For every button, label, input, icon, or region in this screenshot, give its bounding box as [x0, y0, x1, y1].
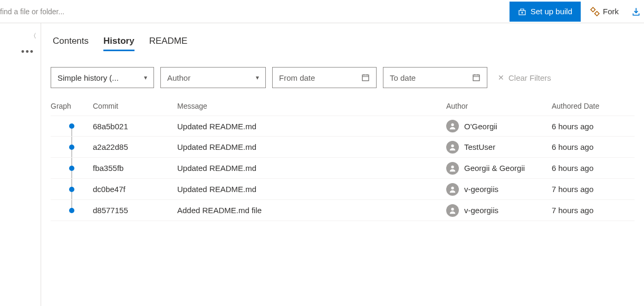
commit-message[interactable]: Updated README.md	[177, 164, 446, 173]
col-commit: Commit	[93, 102, 177, 110]
commit-date: 6 hours ago	[552, 122, 626, 131]
from-date-input[interactable]: From date	[272, 67, 377, 88]
main-panel: Contents History README Simple history (…	[41, 23, 644, 306]
close-icon: ✕	[498, 73, 504, 82]
svg-rect-1	[591, 7, 595, 12]
setup-build-label: Set up build	[531, 7, 572, 16]
to-date-input[interactable]: To date	[383, 67, 487, 88]
commit-author[interactable]: v-georgiis	[464, 206, 498, 215]
svg-rect-4	[473, 75, 479, 81]
top-bar: find a file or folder... Set up build Fo…	[0, 0, 644, 23]
commit-author-cell: TestUser	[446, 141, 552, 154]
commit-message[interactable]: Updated README.md	[177, 122, 446, 131]
col-graph: Graph	[51, 102, 93, 110]
commit-author-cell: v-georgiis	[446, 183, 552, 196]
download-icon	[631, 7, 641, 16]
left-gutter: 〈 •••	[0, 23, 41, 306]
filters-row: Simple history (... ▾ Author ▾ From date…	[51, 67, 635, 88]
graph-cell	[51, 116, 93, 136]
graph-cell	[51, 179, 93, 199]
graph-dot-icon	[69, 208, 74, 213]
setup-build-button[interactable]: Set up build	[510, 2, 581, 22]
commit-author-cell: O'Georgii	[446, 120, 552, 132]
table-row[interactable]: a2a22d85Updated README.mdTestUser6 hours…	[51, 137, 635, 158]
fork-label: Fork	[603, 7, 619, 16]
more-actions-button[interactable]: •••	[21, 46, 34, 58]
from-date-label: From date	[279, 73, 315, 82]
commit-date: 6 hours ago	[552, 164, 626, 173]
history-mode-label: Simple history (...	[57, 73, 119, 82]
clone-button[interactable]	[628, 2, 644, 22]
clear-filters-label: Clear Filters	[508, 73, 551, 82]
commit-hash[interactable]: 68a5b021	[93, 122, 177, 131]
commit-date: 7 hours ago	[552, 206, 626, 215]
svg-point-9	[451, 207, 454, 210]
author-filter-label: Author	[167, 73, 190, 82]
graph-dot-icon	[69, 187, 74, 192]
graph-cell	[51, 158, 93, 178]
table-row[interactable]: d8577155Added README.md filev-georgiis7 …	[51, 200, 635, 221]
graph-dot-icon	[69, 123, 74, 129]
calendar-icon	[472, 73, 480, 82]
svg-point-6	[451, 144, 454, 147]
commit-author[interactable]: O'Georgii	[464, 122, 497, 131]
tab-readme[interactable]: README	[149, 36, 188, 51]
svg-point-7	[451, 165, 454, 168]
clear-filters-button[interactable]: ✕ Clear Filters	[494, 67, 551, 88]
commit-date: 7 hours ago	[552, 185, 626, 194]
avatar-icon	[446, 162, 459, 175]
tabs: Contents History README	[51, 36, 635, 51]
graph-dot-icon	[69, 145, 74, 150]
commit-author-cell: Georgii & Georgii	[446, 162, 552, 175]
commit-date: 6 hours ago	[552, 142, 626, 151]
col-date: Authored Date	[552, 102, 626, 110]
avatar-icon	[446, 204, 459, 217]
svg-rect-2	[595, 11, 599, 15]
chevron-down-icon: ▾	[144, 74, 147, 81]
avatar-icon	[446, 141, 459, 154]
commit-message[interactable]: Updated README.md	[177, 142, 446, 151]
avatar-icon	[446, 120, 459, 132]
history-mode-select[interactable]: Simple history (... ▾	[51, 67, 154, 88]
commit-author[interactable]: Georgii & Georgii	[464, 164, 525, 173]
collapse-chevron-icon[interactable]: 〈	[30, 32, 36, 41]
author-filter-select[interactable]: Author ▾	[160, 67, 266, 88]
commit-author[interactable]: v-georgiis	[464, 185, 498, 194]
commit-author[interactable]: TestUser	[464, 142, 495, 151]
tab-contents[interactable]: Contents	[53, 36, 89, 51]
svg-point-5	[451, 123, 454, 126]
svg-point-8	[451, 186, 454, 189]
graph-dot-icon	[69, 166, 74, 171]
fork-icon	[590, 7, 600, 16]
svg-rect-3	[362, 75, 369, 81]
col-message: Message	[177, 102, 446, 110]
commit-author-cell: v-georgiis	[446, 204, 552, 217]
graph-cell	[51, 200, 93, 221]
chevron-down-icon: ▾	[256, 74, 259, 81]
avatar-icon	[446, 183, 459, 196]
commit-message[interactable]: Added README.md file	[177, 206, 446, 215]
search-input[interactable]: find a file or folder...	[0, 7, 505, 16]
commit-hash[interactable]: fba355fb	[93, 164, 177, 173]
calendar-icon	[361, 73, 370, 82]
build-icon	[518, 7, 526, 16]
tab-history[interactable]: History	[103, 36, 134, 51]
commit-message[interactable]: Updated README.md	[177, 185, 446, 194]
table-header: Graph Commit Message Author Authored Dat…	[51, 102, 635, 116]
commit-table: Graph Commit Message Author Authored Dat…	[51, 102, 635, 221]
col-author: Author	[446, 102, 552, 110]
to-date-label: To date	[390, 73, 416, 82]
table-row[interactable]: dc0be47fUpdated README.mdv-georgiis7 hou…	[51, 179, 635, 200]
commit-hash[interactable]: d8577155	[93, 206, 177, 215]
commit-hash[interactable]: a2a22d85	[93, 142, 177, 151]
table-row[interactable]: fba355fbUpdated README.mdGeorgii & Georg…	[51, 158, 635, 179]
table-row[interactable]: 68a5b021Updated README.mdO'Georgii6 hour…	[51, 116, 635, 137]
commit-hash[interactable]: dc0be47f	[93, 185, 177, 194]
graph-cell	[51, 137, 93, 157]
fork-button[interactable]: Fork	[585, 2, 624, 22]
